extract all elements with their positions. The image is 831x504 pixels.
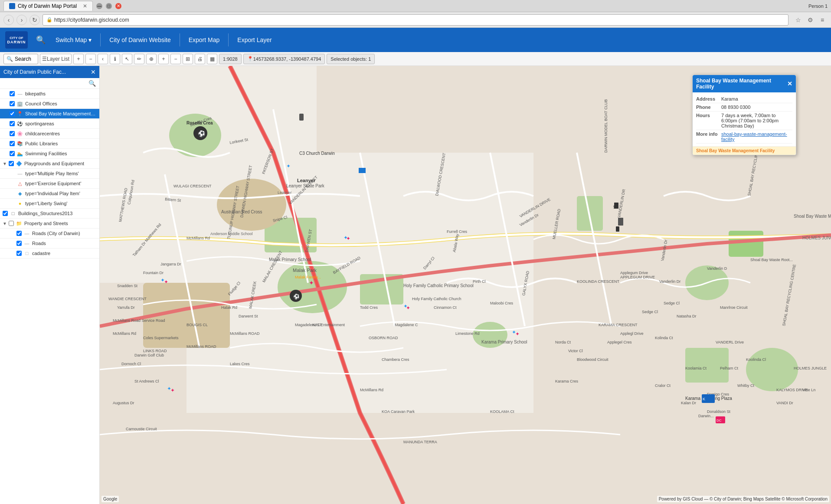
svg-text:Donaldson St: Donaldson St <box>707 409 731 414</box>
print-button[interactable]: 🖨 <box>195 54 205 64</box>
menu-icon[interactable]: ≡ <box>817 15 828 25</box>
browser-tab[interactable]: City of Darwin Map Portal ✕ <box>3 1 93 11</box>
layer-checkbox-roads[interactable] <box>16 241 22 246</box>
svg-point-13 <box>217 179 286 231</box>
info-button[interactable]: ℹ <box>110 54 120 64</box>
refresh-button[interactable]: ↻ <box>29 15 40 25</box>
layer-item-childcare[interactable]: 🌸 childcarecentres <box>0 129 99 139</box>
close-button[interactable]: ✕ <box>115 3 121 9</box>
svg-text:KOOLAMA Ct: KOOLAMA Ct <box>490 409 514 414</box>
draw-button[interactable]: ✏ <box>134 54 144 64</box>
layer-checkbox-property[interactable] <box>9 221 14 226</box>
popup-hours-value: 7 days a week, 7:00am to 6:00pm (7:00am … <box>721 113 792 128</box>
maximize-button[interactable]: □ <box>106 3 112 9</box>
layer-checkbox-cadastre[interactable] <box>16 251 22 256</box>
add-button[interactable]: + <box>73 54 84 64</box>
switch-map-button[interactable]: Switch Map ▾ <box>49 28 98 52</box>
layer-item-individual-play[interactable]: ◆ type='Individual Play Item' <box>0 189 99 199</box>
website-button[interactable]: City of Darwin Website <box>102 28 177 52</box>
layer-checkbox-libraries[interactable] <box>10 141 15 146</box>
layer-checkbox-swimming[interactable] <box>10 151 15 156</box>
svg-text:Coles Supermarkets: Coles Supermarkets <box>143 336 179 340</box>
svg-text:Applegel Cres: Applegel Cres <box>607 340 632 344</box>
layer-checkbox-roads-city[interactable] <box>16 231 22 236</box>
minus-button[interactable]: − <box>85 54 96 64</box>
property-expand-icon[interactable]: ▼ <box>3 221 7 226</box>
svg-text:Chambera Cres: Chambera Cres <box>382 357 409 362</box>
layer-item-sporting[interactable]: ⚽ sportingareas <box>0 119 99 129</box>
playgrounds-expand-icon[interactable]: ▼ <box>3 161 7 166</box>
address-url: https://cityofdarwin.giscloud.com <box>54 17 129 23</box>
sidebar-zoom-icon[interactable]: 🔍 <box>88 80 96 87</box>
back-button[interactable]: ‹ <box>3 15 14 25</box>
layer-item-council-offices[interactable]: 🏢 Council Offices <box>0 99 99 109</box>
svg-text:Sedge Cl: Sedge Cl <box>642 310 658 314</box>
layer-checkbox-shoal-bay[interactable] <box>10 111 15 116</box>
logo-line1: CITY OF <box>10 36 23 40</box>
svg-text:WULAGI CRESCENT: WULAGI CRESCENT <box>173 184 212 188</box>
layer-icon-roads: — <box>23 240 30 247</box>
selected-objects-value: Selected objects: 1 <box>330 56 371 62</box>
svg-text:Malak Family...: Malak Family... <box>295 275 321 279</box>
layer-item-libraries[interactable]: 📚 Public Libraries <box>0 139 99 149</box>
layer-checkbox-council-offices[interactable] <box>10 101 15 106</box>
search-button[interactable]: 🔍 <box>33 32 49 48</box>
export-map-button[interactable]: Export Map <box>182 28 227 52</box>
layer-item-playgrounds-parent[interactable]: ▼ 🔷 Playgrounds and Equipment <box>0 159 99 169</box>
extensions-icon[interactable]: ⚙ <box>805 15 815 25</box>
tab-close-icon[interactable]: ✕ <box>83 3 87 9</box>
zoom-out-button[interactable]: − <box>170 54 181 64</box>
layer-item-swimming[interactable]: 🏊 Swimming Facilities <box>0 149 99 159</box>
layer-item-roads-city[interactable]: — Roads (City of Darwin) <box>0 229 99 239</box>
svg-text:Vanderlin Dr: Vanderlin Dr <box>659 279 681 284</box>
layer-label-cadastre: cadastre <box>32 251 97 256</box>
layer-checkbox-sporting[interactable] <box>10 121 15 126</box>
sidebar-close-icon[interactable]: ✕ <box>91 69 96 75</box>
map-area[interactable]: Rosella Cres Lorikeet St Bittern St WULA… <box>100 66 831 504</box>
layer-label-libraries: Public Libraries <box>25 141 97 146</box>
grid-button[interactable]: ▦ <box>207 54 217 64</box>
pointer-button[interactable]: ↖ <box>122 54 132 64</box>
forward-button[interactable]: › <box>16 15 27 25</box>
layer-icon-sporting: ⚽ <box>16 120 23 127</box>
layer-list-button[interactable]: ☰ Layer List <box>40 54 72 64</box>
svg-text:KARAMA CRESCENT: KARAMA CRESCENT <box>599 323 638 327</box>
svg-text:McMillans Rd: McMillans Rd <box>113 331 136 336</box>
layer-item-exercise[interactable]: △ type='Exercise Equipment' <box>0 179 99 189</box>
svg-text:Yarrufa Dr: Yarrufa Dr <box>117 305 135 310</box>
layer-item-buildings[interactable]: □ Buildings_Structures2013 <box>0 209 99 219</box>
layer-label-roads: Roads <box>32 241 97 246</box>
layer-item-bikepaths[interactable]: — bikepaths <box>0 89 99 99</box>
svg-text:MANUNDA TERRA: MANUNDA TERRA <box>403 440 437 444</box>
powered-by-text: Powered by GIS Cloud — © City of Darwin;… <box>659 497 828 501</box>
layer-item-property-parent[interactable]: ▼ 📁 Property and Streets <box>0 219 99 229</box>
layer-checkbox-bikepaths[interactable] <box>10 91 15 96</box>
svg-text:✦: ✦ <box>286 163 291 169</box>
address-bar[interactable]: 🔒 https://cityofdarwin.giscloud.com <box>43 14 788 26</box>
svg-text:Maloobi Cres: Maloobi Cres <box>490 301 514 305</box>
map-background: Rosella Cres Lorikeet St Bittern St WULA… <box>100 66 831 504</box>
popup-close-icon[interactable]: ✕ <box>787 80 792 87</box>
svg-rect-10 <box>729 231 763 257</box>
bookmark-icon[interactable]: ☆ <box>793 15 803 25</box>
zoom-extent-button[interactable]: ⊞ <box>183 54 193 64</box>
layer-checkbox-buildings[interactable] <box>3 211 8 216</box>
minimize-button[interactable]: — <box>96 3 102 9</box>
tab-favicon <box>9 3 15 9</box>
measure-button[interactable]: ⊕ <box>146 54 157 64</box>
svg-text:Holy Family Catholic Church: Holy Family Catholic Church <box>412 297 461 301</box>
map-search-box[interactable]: 🔍 Search <box>3 54 38 64</box>
layer-item-multiple-play[interactable]: — type='Multiple Play Items' <box>0 169 99 179</box>
layer-item-cadastre[interactable]: □ cadastre <box>0 249 99 259</box>
layer-checkbox-childcare[interactable] <box>10 131 15 136</box>
svg-text:Halak Rd: Halak Rd <box>221 305 237 310</box>
popup-more-info-link[interactable]: shoal-bay-waste-management-facility <box>721 131 792 142</box>
export-layer-button[interactable]: Export Layer <box>230 28 278 52</box>
pan-left-button[interactable]: ‹ <box>98 54 108 64</box>
layer-item-roads[interactable]: — Roads <box>0 239 99 249</box>
layer-item-liberty-swing[interactable]: ● type='Liberty Swing' <box>0 199 99 209</box>
layer-item-shoal-bay[interactable]: 📍 Shoal Bay Waste Management Fac <box>0 109 99 119</box>
zoom-in-button[interactable]: + <box>158 54 169 64</box>
layer-checkbox-playgrounds[interactable] <box>9 161 14 166</box>
toolbar-separator-2 <box>180 33 180 46</box>
